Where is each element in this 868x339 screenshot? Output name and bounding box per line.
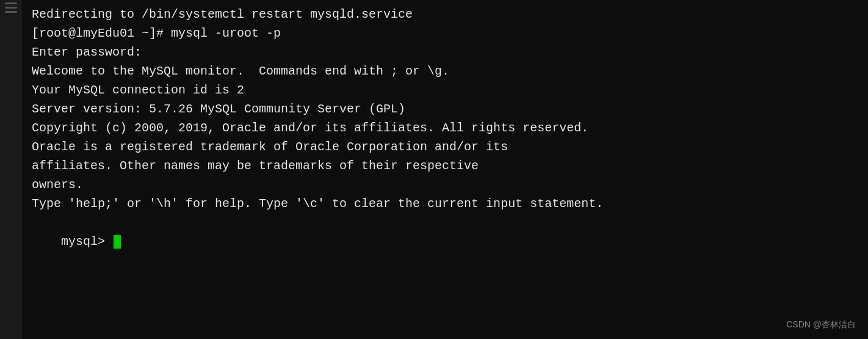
terminal-prompt: mysql> <box>61 235 112 249</box>
watermark: CSDN @杏林洁白 <box>786 318 856 332</box>
terminal-output: Redirecting to /bin/systemctl restart my… <box>22 0 868 339</box>
terminal-text: Redirecting to /bin/systemctl restart my… <box>32 5 858 213</box>
scrollbar[interactable] <box>0 0 22 339</box>
scrollbar-handle <box>5 7 17 9</box>
scrollbar-handle <box>5 2 17 4</box>
terminal-prompt-line: mysql> <box>32 213 858 270</box>
scrollbar-handle <box>5 11 17 13</box>
terminal-cursor <box>114 235 121 249</box>
